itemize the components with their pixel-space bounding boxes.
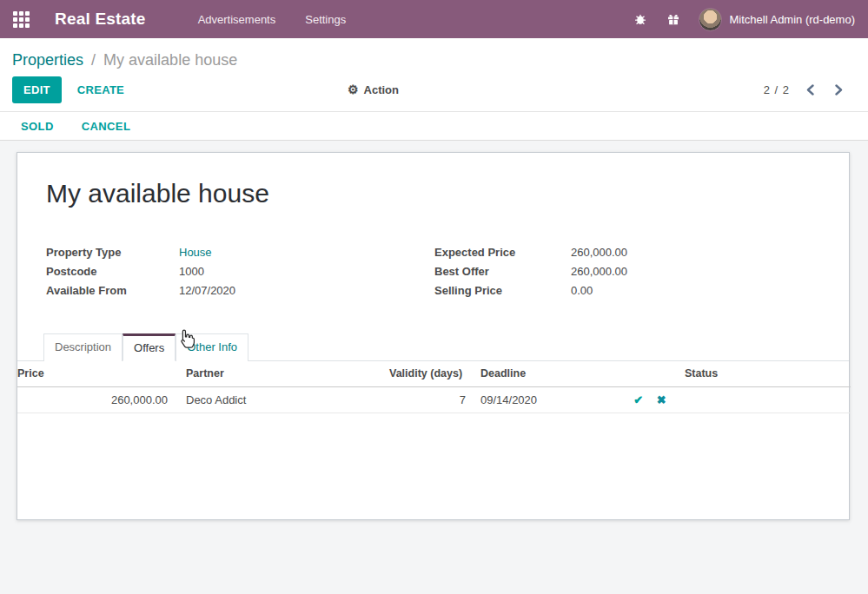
offer-status [685, 386, 851, 412]
offer-actions: ✔ ✖ [615, 386, 685, 412]
offer-partner[interactable]: Deco Addict [168, 386, 389, 412]
postcode-value: 1000 [179, 264, 434, 279]
offers-table: Price Partner Validity (days) Deadline S… [17, 361, 851, 413]
breadcrumb-current: My available house [103, 51, 237, 69]
column-validity[interactable]: Validity (days) [389, 361, 467, 386]
offer-price[interactable]: 260,000.00 [17, 386, 168, 412]
create-button[interactable]: CREATE [77, 83, 124, 96]
field-label: Expected Price [434, 245, 571, 260]
field-label: Selling Price [434, 283, 571, 298]
column-status[interactable]: Status [685, 361, 851, 386]
app-brand[interactable]: Real Estate [55, 10, 146, 29]
field-label: Property Type [46, 245, 179, 260]
sold-button[interactable]: SOLD [21, 120, 54, 133]
notebook-tabs: Description Offers Other Info [17, 333, 849, 361]
navbar-right: Mitchell Admin (rd-demo) [633, 8, 856, 31]
best-offer-value: 260,000.00 [571, 264, 820, 279]
field-expected-price: Expected Price 260,000.00 [434, 245, 820, 260]
offers-table-header: Price Partner Validity (days) Deadline S… [17, 361, 851, 386]
pager-value: 2 / 2 [764, 83, 790, 96]
top-navbar: Real Estate Advertisements Settings Mitc… [0, 0, 868, 38]
tab-other-info[interactable]: Other Info [176, 333, 248, 361]
column-deadline[interactable]: Deadline [467, 361, 615, 386]
edit-button[interactable]: EDIT [12, 76, 62, 103]
field-property-type: Property Type House [46, 245, 434, 260]
field-best-offer: Best Offer 260,000.00 [434, 264, 820, 279]
user-name: Mitchell Admin (rd-demo) [730, 13, 856, 26]
form-sheet: My available house Property Type House P… [17, 152, 850, 520]
column-actions [615, 361, 685, 386]
action-label: Action [364, 83, 399, 96]
gear-icon: ⚙ [348, 82, 359, 96]
apps-grid-icon[interactable] [13, 11, 30, 28]
pager-previous-button[interactable] [802, 82, 818, 97]
breadcrumb-properties-link[interactable]: Properties [12, 51, 83, 69]
field-postcode: Postcode 1000 [46, 264, 434, 279]
menu-settings[interactable]: Settings [303, 10, 348, 30]
offer-validity[interactable]: 7 [389, 386, 467, 412]
expected-price-value: 260,000.00 [571, 245, 820, 260]
property-type-link[interactable]: House [179, 245, 434, 260]
navbar-menus: Advertisements Settings [196, 10, 348, 30]
field-available-from: Available From 12/07/2020 [46, 283, 434, 298]
tab-description[interactable]: Description [43, 333, 123, 361]
menu-advertisements[interactable]: Advertisements [196, 10, 278, 30]
bug-icon[interactable] [633, 11, 648, 27]
user-menu[interactable]: Mitchell Admin (rd-demo) [699, 8, 856, 31]
column-price[interactable]: Price [17, 361, 168, 386]
chevron-right-icon [834, 84, 844, 96]
field-group-left: Property Type House Postcode 1000 Availa… [46, 241, 434, 302]
field-label: Available From [46, 283, 179, 298]
gift-icon[interactable] [666, 11, 681, 27]
record-pager: 2 / 2 [764, 82, 847, 97]
pager-next-button[interactable] [831, 82, 847, 97]
chevron-left-icon [805, 84, 815, 96]
selling-price-value: 0.00 [571, 283, 820, 298]
available-from-value: 12/07/2020 [179, 283, 434, 298]
refuse-offer-x-icon[interactable]: ✖ [657, 393, 666, 406]
property-title: My available house [46, 179, 820, 208]
breadcrumb-separator: / [91, 51, 96, 69]
user-avatar [699, 8, 722, 31]
breadcrumb: Properties / My available house [0, 38, 868, 73]
control-panel-buttons: EDIT CREATE ⚙ Action 2 / 2 [0, 73, 868, 111]
control-panel: Properties / My available house EDIT CRE… [0, 38, 868, 111]
offer-row[interactable]: 260,000.00 Deco Addict 7 09/14/2020 ✔ ✖ [17, 386, 851, 412]
accept-offer-check-icon[interactable]: ✔ [633, 393, 643, 406]
field-groups: Property Type House Postcode 1000 Availa… [46, 241, 820, 302]
column-partner[interactable]: Partner [168, 361, 389, 386]
field-label: Postcode [46, 264, 179, 279]
field-label: Best Offer [434, 264, 571, 279]
tab-offers[interactable]: Offers [123, 333, 176, 361]
field-group-right: Expected Price 260,000.00 Best Offer 260… [434, 241, 820, 302]
offer-deadline[interactable]: 09/14/2020 [467, 386, 615, 412]
cancel-button[interactable]: CANCEL [82, 120, 131, 133]
form-statusbar: SOLD CANCEL [0, 111, 868, 141]
action-menu[interactable]: ⚙ Action [348, 82, 399, 96]
notebook: Description Offers Other Info Price Part… [17, 333, 849, 413]
field-selling-price: Selling Price 0.00 [434, 283, 820, 298]
form-view-area: My available house Property Type House P… [0, 141, 868, 520]
